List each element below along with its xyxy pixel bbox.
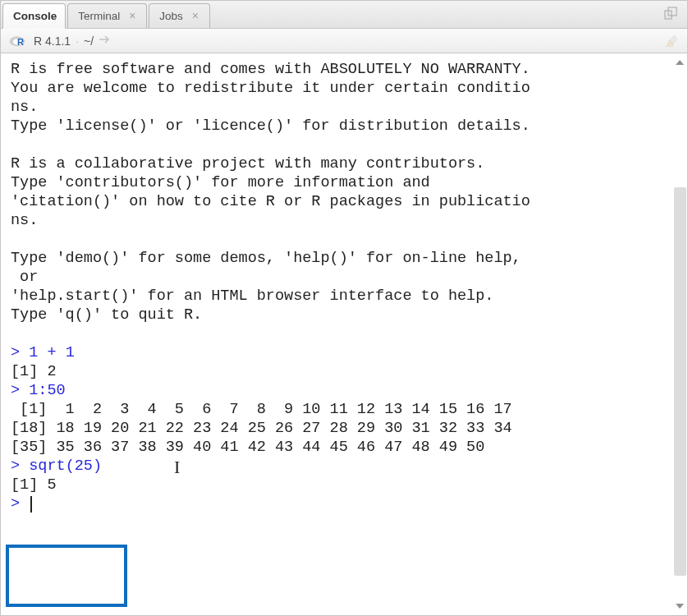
separator: · <box>76 34 79 48</box>
working-directory-label[interactable]: ~/ <box>84 34 94 48</box>
go-to-directory-icon[interactable] <box>99 34 112 48</box>
console-input-cmd: 1 + 1 <box>29 344 75 361</box>
scroll-thumb[interactable] <box>674 187 686 577</box>
svg-rect-1 <box>668 7 677 16</box>
text-cursor <box>30 496 32 513</box>
console-text: 'citation()' on how to cite R or R packa… <box>11 193 530 210</box>
tab-terminal[interactable]: Terminal × <box>67 3 147 28</box>
console-toolbar: R R 4.1.1 · ~/ <box>1 29 687 53</box>
console-prompt: > <box>11 495 29 513</box>
console-prompt: > <box>11 457 29 475</box>
console-text: ns. <box>11 212 38 229</box>
vertical-scrollbar <box>672 53 687 615</box>
scroll-down-icon[interactable] <box>672 599 687 614</box>
console-prompt: > <box>11 344 29 361</box>
console-text: or <box>11 269 38 286</box>
close-icon[interactable]: × <box>126 11 138 22</box>
r-logo-icon[interactable]: R <box>9 34 27 48</box>
console-text: R is a collaborative project with many c… <box>11 155 484 172</box>
maximize-icon[interactable] <box>664 7 679 21</box>
console-text: Type 'contributors()' for more informati… <box>11 174 430 191</box>
tab-console[interactable]: Console <box>2 3 66 29</box>
console-text: ns. <box>11 99 38 116</box>
console-result: [1] 5 <box>11 476 57 494</box>
scroll-up-icon[interactable] <box>672 55 687 70</box>
scroll-track[interactable] <box>674 71 686 597</box>
tab-jobs[interactable]: Jobs × <box>149 3 210 28</box>
console-text: 'help.start()' for an HTML browser inter… <box>11 287 493 305</box>
console-text: R is free software and comes with ABSOLU… <box>11 61 530 78</box>
close-icon[interactable]: × <box>190 11 201 22</box>
console-text: You are welcome to redistribute it under… <box>11 80 530 97</box>
tab-bar: Console Terminal × Jobs × <box>1 1 687 29</box>
console-text: Type 'demo()' for some demos, 'help()' f… <box>11 250 521 267</box>
console-text: Type 'q()' to quit R. <box>11 306 202 324</box>
console-text: Type 'license()' or 'licence()' for dist… <box>11 117 530 135</box>
console-result: [1] 1 2 3 4 5 6 7 8 9 10 11 12 13 14 15 … <box>11 401 512 418</box>
console-prompt: > <box>11 382 29 399</box>
tab-jobs-label: Jobs <box>159 10 183 22</box>
console-output[interactable]: R is free software and comes with ABSOLU… <box>1 53 687 615</box>
svg-text:R: R <box>17 37 24 47</box>
console-area: R is free software and comes with ABSOLU… <box>1 53 687 615</box>
r-version-label: R 4.1.1 <box>34 34 71 48</box>
console-result: [1] 2 <box>11 363 57 380</box>
clear-console-icon[interactable] <box>664 34 679 48</box>
tab-console-label: Console <box>13 10 57 22</box>
console-result: [35] 35 36 37 38 39 40 41 42 43 44 45 46… <box>11 439 484 456</box>
console-input-cmd: sqrt(25) <box>29 457 102 475</box>
console-input-cmd: 1:50 <box>29 382 65 399</box>
tab-terminal-label: Terminal <box>78 10 120 22</box>
console-result: [18] 18 19 20 21 22 23 24 25 26 27 28 29… <box>11 420 512 437</box>
